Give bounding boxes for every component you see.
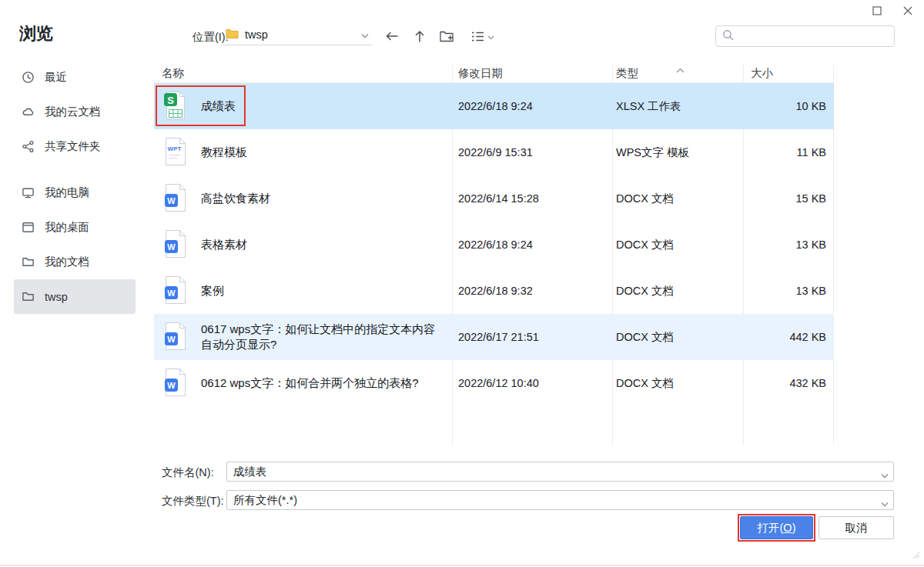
file-name: 高盐饮食素材 [201, 191, 270, 206]
file-date: 2022/6/18 9:32 [452, 285, 612, 297]
file-name-cell: W案例 [154, 275, 452, 307]
file-size: 13 KB [743, 238, 834, 251]
location-value: twsp [245, 28, 355, 41]
svg-text:WPT: WPT [168, 145, 182, 152]
file-size: 10 KB [743, 100, 834, 112]
window-bottom-edge [0, 565, 924, 565]
new-folder-button[interactable] [437, 27, 457, 45]
search-input[interactable] [738, 30, 888, 42]
filename-combobox[interactable] [226, 462, 894, 482]
file-list-header: 名称 修改日期 类型 大小 [154, 65, 834, 83]
file-size: 442 KB [743, 331, 834, 343]
file-name-cell: WPT教程模板 [154, 137, 452, 168]
file-row[interactable]: W0617 wps文字：如何让文档中的指定文本内容自动分页显示?2022/6/1… [154, 314, 834, 360]
sidebar-item-label: 我的云文档 [45, 105, 101, 119]
filetype-label: 文件类型(T): [162, 494, 224, 509]
sort-ascending-icon[interactable] [676, 63, 685, 75]
svg-text:S: S [167, 94, 174, 105]
file-name-cell: W0617 wps文字：如何让文档中的指定文本内容自动分页显示? [154, 322, 452, 353]
filetype-input[interactable] [226, 490, 894, 510]
file-row[interactable]: WPT教程模板2022/6/9 15:31WPS文字 模板11 KB [154, 129, 834, 175]
location-combobox[interactable]: twsp [221, 25, 372, 45]
cancel-button[interactable]: 取消 [819, 516, 894, 539]
file-name: 0612 wps文字：如何合并两个独立的表格? [201, 375, 419, 391]
resize-grip[interactable] [912, 549, 920, 562]
file-row[interactable]: W0612 wps文字：如何合并两个独立的表格?2022/6/12 10:40D… [154, 360, 834, 406]
file-size: 15 KB [743, 192, 834, 205]
sidebar-item-label: 最近 [45, 70, 67, 85]
column-header-name[interactable]: 名称 [154, 66, 452, 81]
file-type: DOCX 文档 [612, 284, 743, 299]
search-box[interactable] [715, 25, 895, 47]
docx-file-icon: W [163, 322, 186, 353]
maximize-button[interactable] [867, 2, 887, 20]
open-button[interactable]: 打开(O) [740, 516, 813, 539]
chevron-down-icon [361, 28, 369, 42]
sidebar-item-my-computer[interactable]: 我的电脑 [14, 175, 136, 210]
file-row[interactable]: S成绩表2022/6/18 9:24XLSX 工作表10 KB [154, 83, 834, 129]
file-list-body: S成绩表2022/6/18 9:24XLSX 工作表10 KBWPT教程模板20… [154, 83, 834, 406]
sidebar-item-label: 我的文档 [45, 255, 89, 269]
file-name: 教程模板 [201, 145, 247, 160]
file-type: DOCX 文档 [612, 238, 743, 252]
file-row[interactable]: W高盐饮食素材2022/6/14 15:28DOCX 文档15 KB [154, 175, 834, 222]
file-list: 名称 修改日期 类型 大小 S成绩表2022/6/18 9:24XLSX 工作表… [154, 65, 834, 406]
wpt-file-icon: WPT [163, 137, 186, 168]
desktop-icon [22, 221, 35, 234]
view-options-button[interactable] [467, 27, 499, 45]
docx-file-icon: W [163, 183, 186, 215]
file-size: 13 KB [743, 285, 834, 297]
xlsx-file-icon: S [163, 91, 186, 122]
file-name-cell: W0612 wps文字：如何合并两个独立的表格? [154, 368, 452, 399]
sidebar-item-my-documents[interactable]: 我的文档 [14, 245, 136, 279]
file-type: XLSX 工作表 [612, 99, 743, 114]
annotation-box: 打开(O) [738, 514, 815, 542]
file-name-cell: W表格素材 [154, 229, 452, 261]
chevron-down-icon [881, 468, 889, 482]
file-type: WPS文字 模板 [612, 145, 743, 160]
column-header-size[interactable]: 大小 [743, 66, 834, 81]
file-row[interactable]: W表格素材2022/6/18 9:24DOCX 文档13 KB [154, 222, 834, 268]
file-date: 2022/6/17 21:51 [452, 331, 612, 343]
close-button[interactable] [898, 2, 918, 20]
filename-input[interactable] [226, 462, 894, 482]
sidebar-item-shared-folder[interactable]: 共享文件夹 [14, 129, 136, 164]
up-button[interactable] [410, 27, 430, 45]
file-name: 成绩表 [201, 98, 236, 114]
folder-icon [22, 255, 35, 268]
sidebar-item-cloud-docs[interactable]: 我的云文档 [14, 95, 136, 129]
svg-text:W: W [167, 334, 176, 343]
file-type: DOCX 文档 [612, 192, 743, 206]
sidebar-item-label: 我的电脑 [45, 185, 89, 200]
folder-icon [22, 290, 35, 303]
file-date: 2022/6/14 15:28 [452, 192, 612, 205]
file-type: DOCX 文档 [612, 330, 743, 345]
svg-text:W: W [167, 242, 176, 251]
sidebar: 最近我的云文档共享文件夹我的电脑我的桌面我的文档twsp [14, 60, 136, 314]
chevron-down-icon [881, 496, 889, 510]
sidebar-item-twsp[interactable]: twsp [14, 279, 136, 314]
column-header-date[interactable]: 修改日期 [452, 66, 612, 81]
sidebar-item-label: 我的桌面 [45, 220, 89, 235]
share-icon [22, 140, 35, 153]
sidebar-item-my-desktop[interactable]: 我的桌面 [14, 210, 136, 245]
file-name: 0617 wps文字：如何让文档中的指定文本内容自动分页显示? [201, 322, 441, 353]
sidebar-item-label: twsp [45, 291, 68, 303]
file-name-cell: S成绩表 [154, 91, 452, 122]
file-name: 案例 [201, 283, 224, 299]
window-controls [867, 2, 918, 20]
docx-file-icon: W [163, 368, 186, 399]
svg-text:W: W [167, 195, 176, 205]
search-icon [722, 29, 734, 44]
sidebar-item-recent[interactable]: 最近 [14, 60, 136, 95]
file-size: 432 KB [743, 377, 834, 389]
folder-icon [226, 28, 239, 42]
page-title: 浏览 [19, 22, 53, 45]
svg-text:W: W [167, 288, 176, 297]
filetype-combobox[interactable] [226, 490, 894, 510]
file-row[interactable]: W案例2022/6/18 9:32DOCX 文档13 KB [154, 268, 834, 314]
file-type: DOCX 文档 [612, 376, 743, 391]
file-name: 表格素材 [201, 237, 247, 252]
back-button[interactable] [382, 27, 402, 45]
docx-file-icon: W [163, 275, 186, 307]
